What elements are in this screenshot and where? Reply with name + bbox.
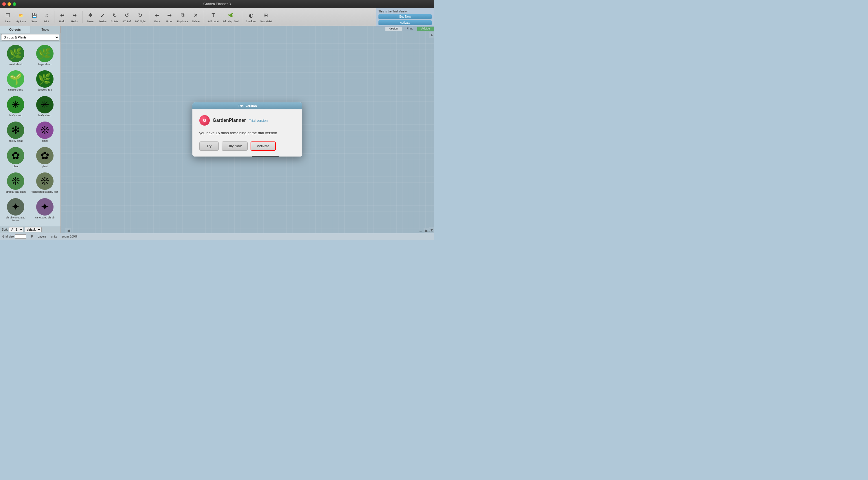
garden-planner-logo-icon: G	[199, 115, 210, 126]
shadows-button[interactable]: ◐ Shadows	[245, 11, 257, 24]
list-item[interactable]: 🌱 simple shrub	[2, 69, 30, 93]
rotate-button[interactable]: ↻ Rotate	[109, 11, 120, 24]
left-panel: Objects Tools Shrubs & Plants 🌿 small sh…	[0, 26, 61, 233]
undo-icon: ↩	[58, 11, 66, 20]
variegated-shrub-icon: ✦	[36, 198, 54, 216]
minimize-button[interactable]	[7, 2, 11, 6]
list-item[interactable]: ❊ strappy leaf plant	[2, 171, 30, 196]
rotate-left-button[interactable]: ↺ 90° Left	[121, 11, 132, 24]
trial-buy-now-button[interactable]: Buy Now	[378, 14, 432, 19]
category-selector[interactable]: Shrubs & Plants	[0, 33, 60, 42]
canvas-area[interactable]: design Print Advice ▲ ▼ ◀ ▶ Trial Versio…	[61, 26, 434, 233]
trial-activate-button[interactable]: Activate	[378, 20, 432, 25]
sort-bar: Sort: A - Z Z - A default	[0, 226, 60, 233]
plant-purple-label: plant	[42, 139, 48, 142]
move-icon: ✥	[86, 11, 94, 20]
shrub-var-leaves-icon: ✦	[7, 198, 24, 216]
activate-button[interactable]: Activate	[251, 141, 276, 151]
delete-button[interactable]: ✕ Delete	[190, 11, 202, 24]
list-item[interactable]: ✳ leafy shrub	[2, 95, 30, 119]
add-label-icon: T	[209, 11, 217, 20]
move-button[interactable]: ✥ Move	[85, 11, 96, 24]
add-veg-bed-button[interactable]: 🌿 Add Veg. Bed	[221, 11, 240, 24]
print-button[interactable]: 🖨 Print	[41, 11, 52, 24]
list-item[interactable]: ✿ plant	[2, 146, 30, 170]
layers-item: Layers	[38, 235, 46, 238]
resize-icon: ⤢	[98, 11, 106, 20]
list-item[interactable]: ❊ plant	[31, 120, 59, 145]
strappy-leaf-plant-icon: ❊	[7, 172, 24, 190]
list-item[interactable]: ❊ variegated strappy leaf	[31, 171, 59, 196]
panel-tabs: Objects Tools	[0, 26, 60, 33]
large-shrub-icon: 🌿	[36, 45, 54, 62]
separator-2	[82, 11, 83, 23]
plants-grid: 🌿 small shrub 🌿 large shrub 🌱 simple shr…	[0, 42, 60, 226]
small-shrub-icon: 🌿	[7, 45, 24, 62]
rotate-icon: ↻	[111, 11, 119, 20]
simple-shrub-label: simple shrub	[8, 88, 23, 91]
grid-size-label: Grid size	[2, 235, 13, 238]
list-item[interactable]: 🌿 large shrub	[31, 44, 59, 68]
list-item[interactable]: ✦ variegated shrub	[31, 197, 59, 224]
my-plans-icon: 📂	[17, 11, 25, 20]
sort-label: Sort:	[2, 228, 8, 231]
plant-strappy-1-icon: ✿	[7, 147, 24, 164]
front-button[interactable]: ➡ Front	[164, 11, 175, 24]
sort-default-dropdown[interactable]: default	[25, 227, 42, 232]
list-item[interactable]: ✳ leafy shrub	[31, 95, 59, 119]
list-item[interactable]: ❇ spikey plant	[2, 120, 30, 145]
list-item[interactable]: ✦ shrub variegated leaves	[2, 197, 30, 224]
list-item[interactable]: ✿ plant	[31, 146, 59, 170]
trial-banner-text: This is the Trial Version	[378, 10, 432, 13]
tab-tools[interactable]: Tools	[30, 26, 61, 33]
tab-objects[interactable]: Objects	[0, 26, 30, 33]
maximize-button[interactable]	[13, 2, 16, 6]
duplicate-button[interactable]: ⧉ Duplicate	[176, 11, 189, 24]
close-button[interactable]	[2, 2, 6, 6]
strappy-leaf-plant-label: strappy leaf plant	[6, 190, 26, 193]
category-dropdown[interactable]: Shrubs & Plants	[1, 34, 59, 40]
add-label-button[interactable]: T Add Label	[206, 11, 220, 24]
max-grist-button[interactable]: ⊞ Max. Grist	[259, 11, 273, 24]
leafy-shrub-2-icon: ✳	[36, 96, 54, 114]
trial-message: you have 15 days remaining of the trial …	[199, 130, 296, 136]
back-icon: ⬅	[153, 11, 161, 20]
main-content: Objects Tools Shrubs & Plants 🌿 small sh…	[0, 26, 434, 233]
trial-dialog-buttons: Try Buy Now Activate 选择"Activate"	[199, 141, 296, 151]
units-label: units	[51, 235, 57, 238]
window-controls[interactable]	[2, 2, 16, 6]
list-item[interactable]: 🌿 small shrub	[2, 44, 30, 68]
modal-overlay: Trial Version G GardenPlanner Trial vers…	[61, 26, 434, 233]
undo-button[interactable]: ↩ Undo	[57, 11, 68, 24]
title-bar: Garden Planner 3	[0, 0, 434, 8]
save-button[interactable]: 💾 Save	[29, 11, 40, 24]
new-icon: ☐	[4, 11, 12, 20]
zoom-item: zoom 100%	[62, 235, 77, 238]
back-button[interactable]: ⬅ Back	[152, 11, 163, 24]
new-label: New	[5, 20, 10, 23]
grid-size-input[interactable]	[15, 234, 26, 239]
p-item: P	[31, 235, 33, 238]
rotate-right-button[interactable]: ↻ 90° Right	[134, 11, 147, 24]
trial-logo: G GardenPlanner Trial version	[199, 115, 296, 126]
leafy-shrub-2-label: leafy shrub	[38, 114, 51, 117]
try-button[interactable]: Try	[199, 141, 219, 151]
separator-3	[149, 11, 149, 23]
buy-now-button[interactable]: Buy Now	[222, 141, 248, 151]
redo-button[interactable]: ↪ Redo	[69, 11, 80, 24]
my-plans-button[interactable]: 📂 My Plans	[14, 11, 28, 24]
list-item[interactable]: 🌿 dense shrub	[31, 69, 59, 93]
rotate-right-icon: ↻	[136, 11, 144, 20]
activate-annotation: 选择"Activate"	[252, 156, 278, 157]
add-veg-bed-icon: 🌿	[226, 11, 235, 20]
sort-order-dropdown[interactable]: A - Z Z - A	[9, 227, 24, 232]
units-item: units	[51, 235, 57, 238]
trial-logo-text: GardenPlanner Trial version	[213, 118, 268, 123]
resize-button[interactable]: ⤢ Resize	[97, 11, 108, 24]
new-button[interactable]: ☐ New	[2, 11, 13, 24]
delete-icon: ✕	[192, 11, 200, 20]
spikey-plant-label: spikey plant	[9, 139, 23, 142]
window-title: Garden Planner 3	[204, 2, 231, 6]
dense-shrub-icon: 🌿	[36, 70, 54, 88]
toolbar: ☐ New 📂 My Plans 💾 Save 🖨 Print ↩ Undo ↪…	[0, 8, 434, 26]
